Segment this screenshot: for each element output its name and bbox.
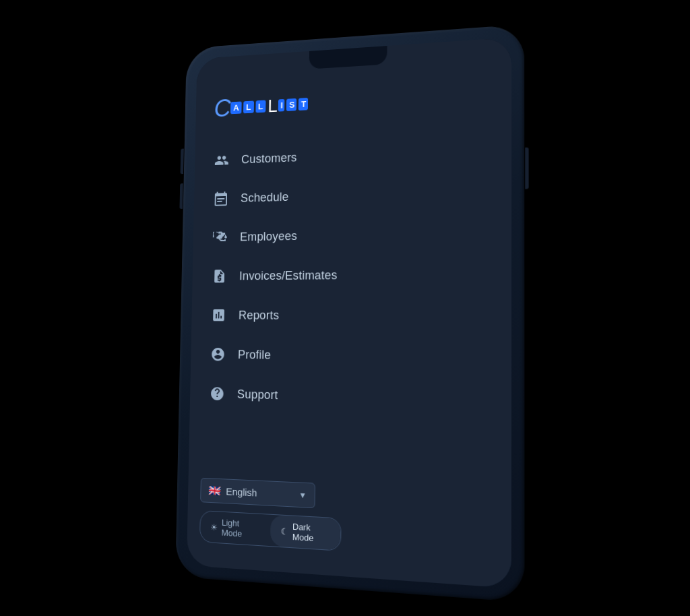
light-mode-button[interactable]: ☀ Light Mode — [200, 511, 268, 546]
invoice-icon — [211, 267, 228, 285]
language-label: English — [226, 485, 294, 500]
customers-label: Customers — [241, 150, 297, 166]
nav-item-reports[interactable]: Reports — [197, 295, 504, 336]
nav-item-invoices[interactable]: Invoices/Estimates — [198, 253, 504, 296]
profile-label: Profile — [238, 348, 271, 362]
support-label: Support — [237, 388, 278, 402]
logo-a-box: A — [230, 101, 242, 114]
dark-mode-label: Dark Mode — [292, 522, 330, 545]
language-selector[interactable]: 🇬🇧 English ▼ — [200, 478, 315, 508]
phone-device: 2 m 2 m 34 om 54 n 2 m 57 n O — [175, 24, 524, 603]
power-button — [525, 148, 528, 189]
phone-screen: 2 m 2 m 34 om 54 n 2 m 57 n O — [187, 37, 511, 588]
nav-item-employees[interactable]: Employees — [199, 211, 504, 257]
light-mode-label: Light Mode — [222, 518, 258, 540]
reports-icon — [210, 306, 228, 324]
logo-ist-group: I S T — [278, 98, 309, 112]
nav-item-profile[interactable]: Profile — [197, 334, 505, 379]
dark-mode-button[interactable]: ☾ Dark Mode — [270, 515, 341, 551]
logo-i-box: I — [278, 99, 285, 112]
users-icon — [213, 151, 230, 170]
bottom-section: 🇬🇧 English ▼ ☀ Light Mode ☾ — [187, 470, 511, 574]
logo-l-letter: L — [268, 95, 277, 116]
logo-s-box: S — [286, 98, 296, 111]
handshake-icon — [212, 228, 229, 247]
volume-down-button — [179, 183, 183, 209]
invoices-label: Invoices/Estimates — [239, 268, 338, 283]
calendar-icon — [212, 189, 230, 208]
reports-label: Reports — [239, 308, 280, 322]
phone-body: 2 m 2 m 34 om 54 n 2 m 57 n O — [175, 24, 524, 603]
navigation-drawer: C A L L L I S T — [187, 37, 511, 588]
app-logo: C A L L L I S T — [214, 80, 491, 123]
profile-icon — [209, 345, 226, 364]
logo-c-letter: C — [214, 94, 230, 123]
employees-label: Employees — [240, 229, 297, 244]
chevron-down-icon: ▼ — [299, 490, 307, 500]
logo-list-group: L I S T — [268, 94, 309, 117]
logo-all-group: A L L — [230, 100, 266, 114]
volume-up-button — [181, 149, 184, 175]
screen-content: 2 m 2 m 34 om 54 n 2 m 57 n O — [187, 37, 511, 588]
logo-t-box: T — [299, 98, 308, 111]
logo-l1-box: L — [243, 100, 253, 113]
moon-icon: ☾ — [281, 526, 289, 536]
logo-l2-box: L — [255, 100, 265, 113]
theme-toggle: ☀ Light Mode ☾ Dark Mode — [199, 510, 342, 551]
flag-icon: 🇬🇧 — [208, 484, 221, 497]
support-icon — [208, 384, 226, 403]
nav-items-list: Customers Schedule — [189, 128, 511, 485]
schedule-label: Schedule — [241, 190, 289, 205]
sun-icon: ☀ — [210, 522, 218, 532]
nav-item-support[interactable]: Support — [196, 373, 505, 421]
